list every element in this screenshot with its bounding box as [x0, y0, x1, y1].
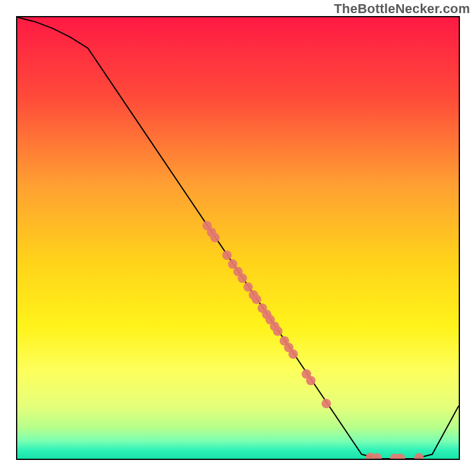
scatter-point	[321, 399, 331, 408]
scatter-point	[306, 376, 315, 386]
scatter-point	[289, 349, 298, 359]
watermark-text: TheBottleNecker.com	[334, 1, 470, 17]
scatter-point	[243, 282, 253, 292]
scatter-point	[237, 274, 247, 283]
scatter-point	[372, 453, 382, 459]
chart-root: TheBottleNecker.com	[0, 0, 476, 476]
plot-overlay	[17, 17, 459, 459]
scatter-point	[222, 250, 231, 260]
scatter-point	[273, 327, 283, 336]
scatter-point	[210, 233, 220, 242]
curve-line	[17, 17, 459, 459]
plot-frame	[16, 16, 460, 460]
scatter-point	[252, 295, 261, 304]
scatter-point	[414, 453, 424, 459]
